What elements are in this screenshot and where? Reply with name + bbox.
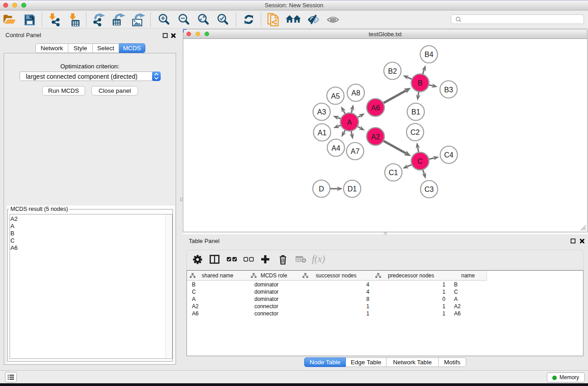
svg-text:C4: C4 <box>444 151 454 159</box>
svg-text:B2: B2 <box>388 67 397 75</box>
svg-text:A4: A4 <box>331 144 340 152</box>
svg-text:A6: A6 <box>371 104 380 112</box>
svg-text:A7: A7 <box>351 148 360 155</box>
svg-text:A8: A8 <box>351 89 360 97</box>
svg-text:B: B <box>418 79 423 87</box>
svg-text:A1: A1 <box>318 129 327 137</box>
svg-text:C: C <box>417 157 423 165</box>
svg-text:A: A <box>347 119 352 126</box>
svg-text:D1: D1 <box>348 185 357 193</box>
svg-text:A2: A2 <box>371 133 380 141</box>
svg-text:B1: B1 <box>411 108 421 116</box>
svg-text:C1: C1 <box>389 169 398 176</box>
svg-text:C2: C2 <box>411 129 420 136</box>
svg-text:B4: B4 <box>425 51 434 58</box>
svg-text:B3: B3 <box>444 86 453 94</box>
svg-text:A5: A5 <box>331 92 340 100</box>
svg-text:D: D <box>319 185 324 193</box>
svg-text:C3: C3 <box>425 186 434 193</box>
svg-text:A3: A3 <box>317 108 326 116</box>
